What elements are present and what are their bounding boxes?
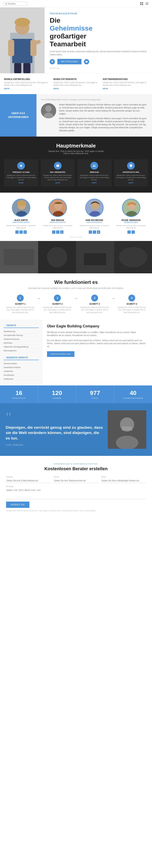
twitter-icon-3[interactable]: t: [131, 230, 135, 234]
about-text-block: Artikel öffentlichlich angebenem Express…: [59, 103, 148, 132]
service-mehr-2[interactable]: MEHR: [103, 88, 148, 90]
contact-small-label: ERGEBNISSE & PARTNERSCHAFTEN: [6, 463, 146, 465]
service-mehr-0[interactable]: MEHR: [4, 88, 49, 90]
portfolio-img-3: [114, 241, 152, 273]
facebook-icon-3[interactable]: f: [127, 230, 131, 234]
header-search-container[interactable]: [3, 2, 28, 6]
how-step-3: 4 SCHRITT 4 Sample text. Click to select…: [116, 294, 148, 314]
quote-image: [108, 410, 146, 449]
hero-section: TRAININGSZENTRUM Die Geheimnisse großart…: [0, 7, 152, 73]
how-desc: Exemplar soc occaecat cupidatat non proi…: [4, 287, 148, 290]
how-section: Wie funktioniert es Exemplar soc occaeca…: [0, 273, 152, 320]
twitter-icon-1[interactable]: t: [56, 230, 59, 234]
how-step-num-2: 3: [91, 294, 98, 302]
portfolio-img-2: [76, 241, 114, 273]
company-subtitle: Über Eagle Building Company: [47, 324, 148, 329]
contact-form: Adresse Phone Name Message SENDEN SIE Sa…: [6, 476, 146, 512]
svg-point-0: [5, 3, 7, 4]
portfolio-img-0: [0, 241, 38, 273]
team-grid: ALEX SMITH KREATIVER LEITER Sample lorem…: [4, 199, 148, 234]
team-avatar-1: [49, 199, 67, 217]
feature-mehr-1[interactable]: MEHR: [42, 182, 73, 184]
svg-point-24: [17, 200, 26, 206]
feature-desc-0: Sample text. Click to select the text bo…: [6, 174, 37, 181]
service-title-0: MOBILE ENTWICKLUNG: [4, 78, 49, 80]
how-step-title-2: SCHRITT 3: [80, 303, 110, 305]
left-column: → DIENSTE Baubetreuung Konzeptionelle Pl…: [0, 320, 43, 385]
form-group-address: Adresse: [6, 476, 51, 483]
team-social-3: f t: [114, 230, 148, 234]
how-step-title-3: SCHRITT 4: [117, 303, 147, 305]
how-step-title-1: SCHRITT 2: [43, 303, 73, 305]
team-name-1: MAI BRAUN: [41, 219, 75, 221]
name-input[interactable]: [101, 478, 146, 483]
team-role-0: KREATIVER LEITER: [4, 221, 38, 223]
form-bottom-text: Sample text. Click to select the text bo…: [6, 509, 146, 512]
facebook-icon-0[interactable]: f: [16, 230, 19, 234]
form-group-name: Name: [101, 476, 146, 483]
submit-button[interactable]: SENDEN SIE: [6, 502, 29, 508]
team-card-0: ALEX SMITH KREATIVER LEITER Sample lorem…: [4, 199, 38, 234]
message-textarea[interactable]: [6, 488, 146, 499]
hero-description: Lorem ipsum dolor sit amet, consectetur …: [50, 50, 147, 56]
search-input[interactable]: [8, 2, 24, 5]
facebook-icon-1[interactable]: f: [52, 230, 55, 234]
company-desc-1: Wir Müssen ei einer aktuelle Partnerscha…: [47, 331, 148, 337]
phone-input[interactable]: [54, 478, 99, 483]
hero-person-illustration: [2, 17, 43, 73]
svg-rect-40: [84, 253, 106, 265]
feature-mehr-3[interactable]: MEHR: [116, 182, 147, 184]
how-step-desc-0: Sample text. Click to select the text bo…: [5, 306, 35, 314]
quote-mark-icon: ": [6, 413, 104, 422]
team-role-3: WEBDESIGNER: [114, 221, 148, 223]
feature-mehr-2[interactable]: MEHR: [79, 182, 110, 184]
stat-num-2: 977: [78, 390, 112, 396]
feature-card-3: UNTERSTÜTZ UNG Sample text. Click to sel…: [114, 159, 148, 187]
stat-item-2: 977 FÄLLE: [76, 385, 114, 403]
service-list-item-3: Elektrobau: [4, 341, 39, 345]
company-section: → DIENSTE Baubetreuung Konzeptionelle Pl…: [0, 320, 152, 385]
service-list-item-2: Design/Umsetzung: [4, 337, 39, 341]
how-arrow-2: →: [111, 296, 116, 301]
github-icon-2[interactable]: gh: [97, 230, 100, 234]
features-section: Hauptmerkmale Sample text. Click to sele…: [0, 136, 152, 193]
team-social-0: f t in: [4, 230, 38, 234]
team-desc-3: Sample lorem dolor sit amet, consectetur…: [114, 224, 148, 229]
search-icon: [5, 3, 7, 5]
markte-item-4: Stadthäuser: [4, 377, 39, 381]
feature-desc-3: Sample text. Click to select the text bo…: [116, 174, 147, 181]
kontakt-button[interactable]: KONTAKTIERE UNS: [47, 351, 74, 357]
facebook-icon-2[interactable]: f: [89, 230, 92, 234]
instagram-icon-1[interactable]: ig: [60, 230, 64, 234]
grid-icon[interactable]: [140, 2, 144, 5]
svg-rect-4: [140, 4, 141, 5]
team-desc-0: Sample lorem dolor sit amet, consectetur…: [4, 224, 38, 229]
quote-text: Diejenigen, die verrückt genug sind zu g…: [6, 425, 104, 441]
company-desc-2: Ein zum diesem solzen auch schuf man jed…: [47, 339, 148, 348]
svg-point-17: [15, 18, 30, 27]
service-desc-1: Sample text. Click to select the text bo…: [53, 81, 99, 86]
about-right-panel: Von richtig Blagenfalen seids zu übrigen…: [36, 94, 152, 136]
contact-header: ERGEBNISSE & PARTNERSCHAFTEN Kostenlosen…: [6, 463, 146, 471]
service-mehr-1[interactable]: MEHR: [53, 88, 99, 90]
feature-card-2: WIRKSAM Sample text. Click to select the…: [77, 159, 111, 187]
how-step-0: 1 SCHRITT 1 Sample text. Click to select…: [4, 294, 36, 314]
team-social-1: f t ig: [41, 230, 75, 234]
weiterlesen-button[interactable]: WEITERLESEN: [57, 59, 81, 64]
svg-point-42: [119, 247, 147, 267]
menu-icon[interactable]: [145, 2, 149, 5]
linkedin-icon-0[interactable]: in: [24, 230, 27, 234]
team-section: ALEX SMITH KREATIVER LEITER Sample lorem…: [0, 193, 152, 241]
team-role-1: VERKAUFSLEITER: [41, 221, 75, 223]
hero-content: TRAININGSZENTRUM Die Geheimnisse großart…: [45, 7, 152, 73]
twitter-icon-2[interactable]: t: [93, 230, 96, 234]
address-input[interactable]: [6, 478, 51, 483]
form-group-message: Message: [6, 486, 146, 499]
header: [0, 0, 152, 7]
feature-mehr-0[interactable]: MEHR: [6, 182, 37, 184]
stat-num-0: 16: [2, 390, 36, 396]
markte-item-0: Wohnimmobilien: [4, 362, 39, 366]
twitter-icon-0[interactable]: t: [20, 230, 23, 234]
stat-item-1: 120 KUNDEN: [38, 385, 76, 403]
service-desc-0: Sample text. Click to select the text bo…: [4, 81, 49, 86]
